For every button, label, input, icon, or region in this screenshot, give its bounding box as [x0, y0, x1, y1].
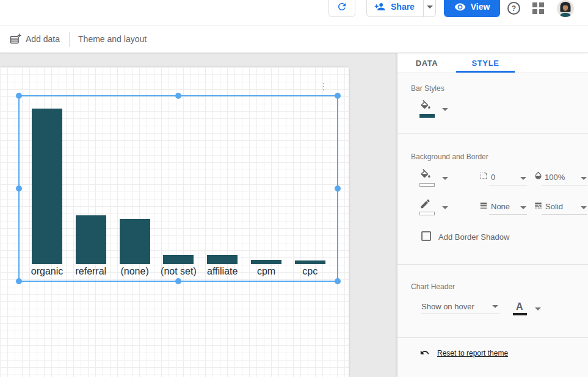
help-icon: ? — [512, 4, 516, 13]
edit-toolbar: Add data Theme and layout — [0, 26, 588, 53]
tab-style[interactable]: STYLE — [456, 53, 515, 73]
apps-grid-icon — [532, 9, 537, 14]
border-style-underline — [542, 214, 587, 215]
looker-studio-editor: Share View ? — [0, 0, 588, 377]
theme-and-layout-label: Theme and layout — [78, 34, 147, 44]
chart-options-kebab-icon[interactable]: ⋮ — [319, 81, 328, 93]
border-style-value[interactable]: Solid — [545, 202, 563, 211]
border-weight-dropdown-icon[interactable] — [520, 206, 526, 209]
bar-color-swatch — [419, 114, 435, 118]
corner-radius-dropdown-icon[interactable] — [520, 177, 526, 180]
corner-radius-underline — [489, 185, 527, 185]
add-data-button[interactable]: Add data — [9, 33, 60, 45]
background-color-button[interactable] — [419, 169, 432, 184]
share-button[interactable]: Share — [366, 0, 436, 17]
add-data-label: Add data — [26, 34, 60, 44]
corner-radius-value[interactable]: 0 — [491, 173, 495, 182]
reset-to-report-theme-link[interactable]: Reset to report theme — [437, 349, 508, 357]
add-data-icon — [9, 33, 21, 45]
selection-handle[interactable] — [175, 93, 181, 99]
share-dropdown-button[interactable] — [423, 0, 435, 16]
apps-grid-icon — [539, 2, 544, 7]
tab-style-label: STYLE — [472, 59, 499, 68]
share-button-main[interactable]: Share — [367, 0, 423, 16]
bar-styles-section-title: Bar Styles — [411, 84, 445, 93]
chart-selection-box[interactable] — [18, 95, 338, 282]
border-color-dropdown-icon[interactable] — [442, 206, 448, 209]
section-divider — [397, 337, 588, 338]
refresh-button[interactable] — [328, 0, 355, 17]
share-button-label: Share — [391, 2, 415, 12]
border-shadow-checkbox[interactable] — [421, 231, 431, 241]
section-divider — [397, 264, 588, 265]
chart-header-section-title: Chart Header — [411, 282, 455, 291]
background-color-dropdown-icon[interactable] — [442, 177, 448, 180]
tab-data-label: DATA — [416, 59, 438, 68]
chevron-down-icon — [427, 5, 433, 9]
opacity-value[interactable]: 100% — [545, 173, 565, 182]
selection-handle[interactable] — [16, 278, 22, 284]
header-text-color-swatch — [513, 313, 527, 315]
chart-header-visibility-underline — [421, 314, 499, 314]
border-color-swatch — [419, 212, 435, 215]
avatar-image — [557, 0, 574, 17]
selection-handle[interactable] — [175, 278, 181, 284]
bar-fill-color-button[interactable] — [419, 100, 432, 115]
border-weight-value[interactable]: None — [491, 202, 510, 211]
background-color-swatch — [419, 183, 435, 187]
eye-icon — [454, 1, 466, 13]
view-button-label: View — [471, 2, 490, 12]
corner-radius-icon — [479, 171, 488, 182]
undo-icon — [419, 348, 430, 360]
paint-bucket-icon — [419, 100, 432, 112]
section-divider — [397, 133, 588, 134]
selection-handle[interactable] — [335, 93, 341, 99]
opacity-icon — [534, 170, 543, 183]
person-add-icon — [374, 1, 385, 12]
selection-handle[interactable] — [335, 185, 341, 192]
apps-grid-button[interactable] — [532, 2, 545, 14]
chart-header-visibility-dropdown-icon[interactable] — [492, 305, 498, 308]
border-shadow-label: Add Border Shadow — [438, 232, 509, 242]
border-weight-underline — [489, 214, 527, 215]
line-weight-icon — [479, 201, 488, 212]
selection-handle[interactable] — [16, 185, 22, 192]
panel-tabs: DATA STYLE — [397, 53, 588, 73]
active-tab-indicator — [456, 71, 515, 73]
apps-grid-icon — [532, 2, 537, 7]
background-border-section-title: Background and Border — [411, 153, 488, 161]
pencil-icon — [419, 199, 431, 211]
header-text-color-button[interactable]: A — [516, 301, 523, 312]
apps-grid-icon — [539, 9, 544, 14]
opacity-dropdown-icon[interactable] — [581, 177, 587, 180]
header-text-color-dropdown-icon[interactable] — [535, 307, 541, 311]
line-style-icon — [534, 201, 543, 212]
border-style-dropdown-icon[interactable] — [581, 206, 587, 209]
chart-header-visibility-select[interactable]: Show on hover — [421, 302, 474, 311]
toolbar-separator — [69, 32, 70, 47]
refresh-icon — [336, 1, 347, 12]
tab-data[interactable]: DATA — [397, 53, 456, 73]
help-button[interactable]: ? — [507, 2, 520, 15]
opacity-underline — [542, 185, 587, 185]
selection-handle[interactable] — [335, 278, 341, 284]
paint-bucket-icon — [419, 169, 432, 181]
view-button[interactable]: View — [444, 0, 500, 17]
top-app-bar: Share View ? — [0, 0, 588, 26]
selection-handle[interactable] — [16, 93, 22, 99]
bar-color-dropdown-icon[interactable] — [442, 108, 448, 111]
theme-and-layout-button[interactable]: Theme and layout — [78, 34, 147, 44]
user-avatar[interactable] — [557, 0, 574, 17]
